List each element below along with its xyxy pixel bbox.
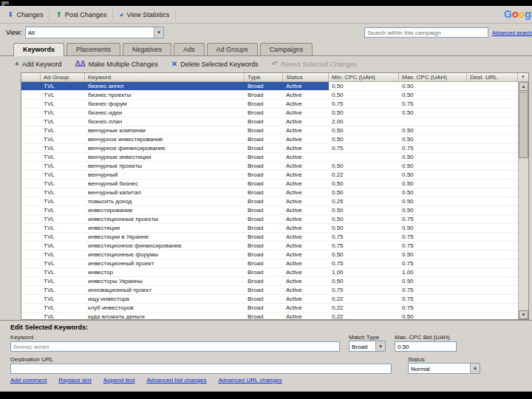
scroll-up-icon[interactable]: ▲ — [519, 82, 528, 91]
cell-dest_url[interactable] — [467, 82, 518, 90]
cell-min_cpc[interactable]: 1,00 — [329, 268, 399, 276]
cell-min_cpc[interactable]: 0,75 — [329, 286, 399, 294]
cell-type[interactable]: Broad — [245, 250, 283, 259]
cell-keyword[interactable]: бизнес-идеи — [85, 109, 245, 117]
cell-keyword[interactable]: клуб инвесторов — [85, 304, 245, 312]
cell-status[interactable]: Active — [283, 135, 329, 143]
cell-type[interactable]: Broad — [245, 100, 283, 108]
cell-min_cpc[interactable]: 0,22 — [329, 304, 399, 312]
make-multiple-changes-button[interactable]: ΔΔMake Multiple Changes — [75, 61, 157, 68]
cell-status[interactable]: Active — [283, 109, 329, 117]
cell-keyword[interactable]: венчурные компании — [85, 126, 245, 134]
cell-type[interactable]: Broad — [245, 135, 283, 143]
cell-type[interactable]: Broad — [245, 277, 283, 285]
cell-type[interactable]: Broad — [245, 242, 283, 250]
cell-max_cpc[interactable]: 0.50 — [399, 109, 467, 117]
cell-type[interactable]: Broad — [245, 268, 283, 276]
cell-status[interactable]: Active — [283, 250, 329, 259]
cell-max_cpc[interactable]: 0.75 — [399, 295, 467, 303]
cell-ad_group[interactable]: TVL — [41, 215, 85, 223]
cell-type[interactable]: Broad — [245, 259, 283, 267]
cell-min_cpc[interactable]: 0,50 — [329, 250, 399, 259]
table-row[interactable]: TVLвенчурныйBroadActive0,220.50 — [21, 171, 518, 180]
cell-ad_group[interactable]: TVL — [41, 117, 85, 126]
cell-max_cpc[interactable]: 0.75 — [399, 233, 467, 241]
cell-min_cpc[interactable]: 0,75 — [329, 100, 399, 108]
tab-placements[interactable]: Placements — [66, 43, 120, 55]
cell-max_cpc[interactable]: 0.50 — [399, 188, 467, 197]
cell-status[interactable]: Active — [283, 215, 329, 223]
cell-select[interactable] — [21, 286, 41, 294]
cell-ad_group[interactable]: TVL — [41, 295, 85, 303]
cell-status[interactable]: Active — [283, 153, 329, 161]
cell-type[interactable]: Broad — [245, 215, 283, 223]
cell-ad_group[interactable]: TVL — [41, 162, 85, 170]
cell-dest_url[interactable] — [467, 91, 518, 99]
cell-dest_url[interactable] — [467, 188, 518, 197]
cell-keyword[interactable]: бизнес-план — [85, 117, 245, 126]
table-row[interactable]: TVLвенчурное финансированиеBroadActive0,… — [21, 144, 518, 153]
cell-dest_url[interactable] — [467, 259, 518, 267]
cell-ad_group[interactable]: TVL — [41, 153, 85, 161]
chevron-down-icon[interactable]: ▾ — [154, 27, 163, 38]
table-row[interactable]: TVLбизнес-идеиBroadActive0,500.50 — [21, 109, 518, 117]
cell-select[interactable] — [21, 100, 41, 108]
cell-type[interactable]: Broad — [245, 91, 283, 99]
cell-ad_group[interactable]: TVL — [41, 250, 85, 259]
cell-keyword[interactable]: инвестирование — [85, 206, 245, 214]
table-row[interactable]: TVLвенчурное инвестированиеBroadActive0,… — [21, 135, 518, 144]
tab-campaigns[interactable]: Campaigns — [260, 43, 313, 55]
table-row[interactable]: TVLбизнес ангелBroadActive0,500.50 — [21, 82, 518, 91]
cell-type[interactable]: Broad — [245, 206, 283, 214]
keyword-field[interactable] — [10, 341, 340, 352]
cell-max_cpc[interactable]: 0.50 — [399, 91, 467, 99]
cell-ad_group[interactable]: TVL — [41, 242, 85, 250]
cell-max_cpc[interactable]: 0.50 — [399, 135, 467, 143]
cell-status[interactable]: Active — [283, 82, 329, 90]
cell-keyword[interactable]: венчурное финансирование — [85, 144, 245, 152]
cell-type[interactable]: Broad — [245, 224, 283, 232]
cell-keyword[interactable]: венчурный бизнес — [85, 180, 245, 188]
cell-max_cpc[interactable]: 0.75 — [399, 242, 467, 250]
tab-ads[interactable]: Ads — [174, 43, 205, 55]
cell-ad_group[interactable]: TVL — [41, 268, 85, 276]
table-row[interactable]: TVLинвестированиеBroadActive0,500.50 — [21, 206, 518, 215]
max-cpc-bid-field[interactable] — [395, 341, 457, 352]
cell-status[interactable]: Active — [283, 100, 329, 108]
column-header-ad-group[interactable]: Ad Group — [41, 73, 85, 81]
link-append-text[interactable]: Append text — [103, 377, 135, 383]
cell-type[interactable]: Broad — [245, 144, 283, 152]
cell-keyword[interactable]: бизнес форум — [85, 100, 245, 108]
cell-keyword[interactable]: инвестиционное финансирование — [85, 242, 245, 250]
cell-min_cpc[interactable]: 0,50 — [329, 109, 399, 117]
cell-min_cpc[interactable]: 2,00 — [329, 117, 399, 126]
cell-status[interactable]: Active — [283, 206, 329, 214]
column-header-type[interactable]: Type — [245, 73, 283, 81]
cell-min_cpc[interactable]: 0,50 — [329, 277, 399, 285]
column-header-select[interactable] — [21, 73, 41, 81]
cell-dest_url[interactable] — [467, 100, 518, 108]
cell-ad_group[interactable]: TVL — [41, 286, 85, 294]
cell-select[interactable] — [21, 304, 41, 312]
cell-ad_group[interactable]: TVL — [41, 206, 85, 214]
cell-max_cpc[interactable]: 0.50 — [399, 171, 467, 179]
cell-dest_url[interactable] — [467, 286, 518, 294]
cell-max_cpc[interactable]: 0.75 — [399, 259, 467, 267]
scrollbar-thumb[interactable] — [519, 92, 528, 158]
revert-selected-changes-button[interactable]: ↶Revert Selected Changes — [272, 61, 357, 68]
cell-dest_url[interactable] — [467, 277, 518, 285]
cell-max_cpc[interactable]: 0.50 — [399, 250, 467, 259]
cell-dest_url[interactable] — [467, 197, 518, 205]
match-type-dropdown[interactable]: Broad ▾ — [349, 341, 386, 352]
cell-type[interactable]: Broad — [245, 126, 283, 134]
cell-ad_group[interactable]: TVL — [41, 126, 85, 134]
cell-max_cpc[interactable]: 0.50 — [399, 206, 467, 214]
cell-select[interactable] — [21, 268, 41, 276]
link-replace-text[interactable]: Replace text — [58, 377, 91, 383]
cell-min_cpc[interactable]: 0,50 — [329, 215, 399, 223]
cell-status[interactable]: Active — [283, 180, 329, 188]
destination-url-field[interactable] — [10, 364, 392, 374]
cell-ad_group[interactable]: TVL — [41, 224, 85, 232]
cell-status[interactable]: Active — [283, 268, 329, 276]
cell-dest_url[interactable] — [467, 313, 518, 319]
